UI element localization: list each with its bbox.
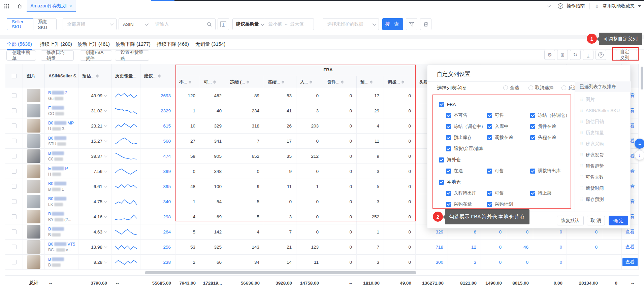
view-link[interactable]: 查看 [625,229,635,235]
field-checkbox[interactable] [530,113,535,118]
asin-link[interactable]: B [48,227,64,231]
field-checkbox[interactable] [487,169,492,174]
inventory-value-link[interactable]: 3 [474,260,476,265]
metric-select[interactable]: 建议采购量 [233,19,265,30]
field-checkbox[interactable] [446,202,451,207]
row-checkbox[interactable] [12,184,17,189]
drag-handle-icon[interactable]: ⠿ [580,164,583,169]
suggested-purchase-link[interactable]: 395 [163,184,171,189]
tab-3[interactable]: 波动下降 (1277) [116,39,151,49]
expand-caret-icon[interactable] [104,215,107,218]
group-checkbox[interactable] [439,180,444,185]
field-checkbox[interactable] [446,146,451,151]
expand-caret-icon[interactable] [104,139,107,142]
expand-caret-icon[interactable] [104,200,107,203]
reset-default-button[interactable]: 恢复默认 [557,216,584,225]
suggested-purchase-link[interactable]: 2329 [161,108,171,113]
sort-carets[interactable] [401,79,404,85]
column-header-5[interactable]: 建议... [140,64,175,88]
asin-link[interactable]: B0MP [48,121,74,125]
inventory-value-link[interactable]: 0 [559,260,562,265]
sort-carets[interactable] [213,79,216,85]
field-checkbox[interactable] [446,169,451,174]
suggested-purchase-link[interactable]: 340 [163,199,171,204]
confirm-button[interactable]: 确 定 [609,216,628,225]
column-header-11[interactable]: 货件... [323,76,357,88]
drag-handle-icon[interactable]: ⠿ [580,175,583,180]
action-button-1[interactable]: 修改日均销量 [41,50,74,61]
deselect-radio[interactable]: 取消选择 [528,85,553,91]
batch-input-button[interactable]: T̲ [218,18,229,30]
save-view-button[interactable]: ⊞ [557,50,568,60]
inventory-value-link[interactable]: 329 [436,229,443,234]
field-checkbox[interactable] [530,124,535,129]
tab-1[interactable]: 持续上升 (280) [40,39,72,49]
field-checkbox[interactable] [487,202,492,207]
field-checkbox[interactable] [446,113,451,118]
action-button-2[interactable]: 创建FBA货件 [80,50,112,61]
asin-link[interactable]: B0 [48,136,66,141]
row-checkbox[interactable] [12,154,17,158]
expand-caret-icon[interactable] [104,230,107,233]
asin-link[interactable]: B0VT5 [48,242,75,247]
column-header-3[interactable]: 预估... [78,64,111,88]
sort-carets[interactable] [341,79,344,85]
asin-link[interactable]: B [48,257,64,262]
suggested-purchase-link[interactable]: 298 [163,214,171,219]
row-checkbox[interactable] [12,214,17,219]
row-checkbox[interactable] [12,139,17,143]
asin-link[interactable]: EP [48,166,68,171]
suggested-purchase-link[interactable]: 256 [163,245,171,250]
tab-amazon-inventory-planning[interactable]: Amazon库存规划 × [27,0,76,12]
expand-caret-icon[interactable] [104,169,107,173]
row-checkbox[interactable] [12,260,17,264]
inventory-value-link[interactable]: 300 [436,260,443,265]
search-field-select[interactable]: ASIN [119,19,151,30]
expand-caret-icon[interactable] [104,260,107,263]
tab-4[interactable]: 持续下降 (466) [157,39,189,49]
expand-caret-icon[interactable] [104,154,107,157]
field-checkbox[interactable] [487,113,492,118]
suggested-purchase-link[interactable]: 560 [163,139,171,144]
row-checkbox[interactable] [12,199,17,204]
drag-handle-icon[interactable]: ⠿ [580,153,583,157]
suggested-purchase-link[interactable]: 399 [163,169,171,174]
field-checkbox[interactable] [487,135,492,140]
inventory-value-link[interactable]: 0 [595,245,598,250]
refresh-button[interactable]: ↻ [570,50,581,60]
drag-handle-icon[interactable]: ⠿ [580,108,583,113]
max-value-input[interactable]: 最大值 [290,21,304,27]
select-all-radio[interactable]: 全选 [503,85,519,91]
suggested-purchase-link[interactable]: 2693 [161,93,171,98]
row-checkbox[interactable] [12,245,17,249]
drag-handle-icon[interactable]: ⠿ [580,142,583,146]
column-header-13[interactable]: 调拨... [384,76,416,88]
column-header-6[interactable]: 不... [175,76,200,88]
expand-caret-icon[interactable] [104,94,107,97]
customize-columns-button[interactable]: 自定义列 [616,50,637,60]
help-button[interactable]: ? [595,50,606,60]
settings-button[interactable]: ⚙ [544,50,555,60]
clear-button[interactable] [420,18,431,30]
suggested-purchase-link[interactable]: 615 [163,123,171,129]
inventory-value-link[interactable]: 0 [499,245,502,250]
asin-link[interactable]: B2 [48,90,67,95]
keyword-input[interactable]: 请输入 [155,21,169,27]
inventory-value-link[interactable]: 718 [436,245,443,250]
store-select[interactable]: 全部店铺 [63,18,117,30]
tab-2[interactable]: 波动上升 (461) [77,39,110,49]
suggested-purchase-link[interactable]: 264 [163,229,171,234]
seller-sku-toggle[interactable]: Seller SKU [7,18,33,30]
asin-link[interactable]: B [48,151,64,156]
apps-grid-icon[interactable] [4,3,9,9]
field-checkbox[interactable] [530,135,535,140]
column-header-7[interactable]: 可... [200,76,226,88]
action-button-3[interactable]: 设置补货策略 [115,50,149,61]
inventory-value-link[interactable]: 0 [499,229,502,234]
row-checkbox[interactable] [12,229,17,234]
home-tab[interactable] [13,0,26,12]
tab-0[interactable]: 全部 (5638) [7,39,32,49]
view-link[interactable]: 查看 [622,258,638,266]
sort-carets[interactable] [310,79,312,85]
inventory-value-link[interactable]: 0 [559,245,562,250]
